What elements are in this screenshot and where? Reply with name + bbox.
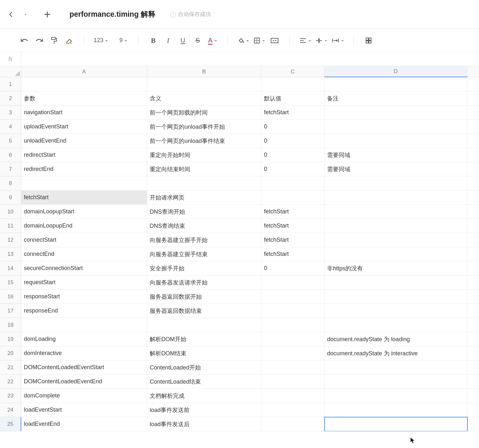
cell[interactable]: domainLoopupStart bbox=[21, 205, 147, 219]
row-header[interactable]: 19 bbox=[0, 332, 21, 346]
cell[interactable] bbox=[261, 290, 324, 304]
cell[interactable] bbox=[261, 318, 324, 332]
cell[interactable]: DOMContentLoadedEventEnd bbox=[21, 375, 147, 389]
cell[interactable] bbox=[324, 176, 467, 191]
cell[interactable] bbox=[21, 176, 147, 191]
cell[interactable] bbox=[261, 360, 324, 375]
undo-button[interactable] bbox=[19, 35, 30, 46]
cell[interactable]: 服务器返回数据开始 bbox=[147, 290, 261, 304]
fill-color-dropdown[interactable] bbox=[237, 35, 249, 46]
cell[interactable]: DOMContentLoadedEventStart bbox=[21, 360, 147, 375]
text-wrap-dropdown[interactable] bbox=[332, 35, 344, 46]
cell[interactable]: connectEnd bbox=[21, 247, 147, 261]
row-header[interactable]: 8 bbox=[0, 176, 21, 191]
cell[interactable] bbox=[324, 106, 467, 120]
cell[interactable]: fetchStart bbox=[261, 219, 324, 233]
cell[interactable]: fetchStart bbox=[261, 106, 324, 120]
row-header[interactable]: 3 bbox=[0, 106, 21, 120]
cell[interactable]: 前一个网页卸载的时间 bbox=[147, 106, 261, 120]
cell[interactable]: domComplete bbox=[21, 389, 147, 403]
cell[interactable]: 前一个网页的unload事件结束 bbox=[147, 134, 261, 148]
cell[interactable] bbox=[467, 290, 479, 304]
cell[interactable] bbox=[324, 389, 467, 403]
italic-button[interactable]: I bbox=[163, 35, 173, 46]
cell[interactable] bbox=[324, 219, 467, 233]
cell[interactable] bbox=[147, 318, 261, 332]
row-header[interactable]: 20 bbox=[0, 346, 21, 360]
cell[interactable] bbox=[324, 360, 467, 375]
cell[interactable]: load事件发送前 bbox=[147, 403, 261, 417]
vertical-align-dropdown[interactable] bbox=[315, 35, 327, 46]
cell[interactable]: DNS查询开始 bbox=[147, 205, 261, 219]
cell[interactable] bbox=[467, 417, 479, 431]
cell[interactable]: 解析DOM结束 bbox=[147, 346, 261, 360]
bold-button[interactable]: B bbox=[148, 35, 158, 46]
cell[interactable]: 0 bbox=[261, 261, 324, 275]
cell[interactable] bbox=[147, 77, 261, 91]
row-header[interactable]: 18 bbox=[0, 318, 21, 332]
cell[interactable] bbox=[467, 191, 479, 205]
cell[interactable]: navigationStart bbox=[21, 106, 147, 120]
cell[interactable] bbox=[467, 261, 479, 275]
number-format-dropdown[interactable]: 123 bbox=[94, 35, 108, 46]
cell[interactable] bbox=[467, 233, 479, 247]
cell[interactable]: 需要同域 bbox=[324, 162, 467, 176]
cell[interactable]: redirectStart bbox=[21, 148, 147, 162]
row-header[interactable]: 13 bbox=[0, 247, 21, 261]
cell[interactable] bbox=[324, 304, 467, 318]
cell[interactable]: redirectEnd bbox=[21, 162, 147, 176]
row-header[interactable]: 11 bbox=[0, 219, 21, 233]
new-tab-button[interactable]: + bbox=[42, 9, 53, 20]
cell[interactable]: 非https的没有 bbox=[324, 261, 467, 275]
cell[interactable] bbox=[467, 332, 479, 346]
cell[interactable] bbox=[467, 275, 479, 290]
cell[interactable] bbox=[324, 290, 467, 304]
row-header[interactable]: 5 bbox=[0, 134, 21, 148]
cell[interactable] bbox=[467, 91, 479, 106]
cell[interactable] bbox=[261, 332, 324, 346]
redo-button[interactable] bbox=[34, 35, 44, 46]
column-header[interactable]: D bbox=[324, 66, 467, 77]
cell[interactable]: fetchStart bbox=[261, 247, 324, 261]
cell[interactable] bbox=[467, 318, 479, 332]
row-header[interactable]: 12 bbox=[0, 233, 21, 247]
cell[interactable]: 参数 bbox=[21, 91, 147, 106]
horizontal-align-dropdown[interactable] bbox=[299, 35, 311, 46]
cell[interactable] bbox=[261, 77, 324, 91]
cell[interactable]: 向服务器建立握手开始 bbox=[147, 233, 261, 247]
cell[interactable] bbox=[21, 77, 147, 91]
row-header[interactable]: 15 bbox=[0, 275, 21, 290]
cell[interactable]: 服务器返回数据结束 bbox=[147, 304, 261, 318]
cell[interactable]: unloadEventEnd bbox=[21, 134, 147, 148]
cell[interactable] bbox=[467, 247, 479, 261]
cell[interactable]: secureConnectionStart bbox=[21, 261, 147, 275]
cell[interactable] bbox=[467, 304, 479, 318]
cell[interactable]: fetchStart bbox=[261, 233, 324, 247]
row-header[interactable]: 2 bbox=[0, 91, 21, 106]
row-header[interactable]: 10 bbox=[0, 205, 21, 219]
history-dropdown-icon[interactable]: ▾ bbox=[23, 12, 28, 17]
cell[interactable] bbox=[324, 275, 467, 290]
cell[interactable]: document.readyState 为 loading bbox=[324, 332, 467, 346]
strikethrough-button[interactable]: S bbox=[193, 35, 203, 46]
more-button[interactable] bbox=[363, 35, 374, 46]
borders-dropdown[interactable] bbox=[253, 35, 265, 46]
spreadsheet-grid[interactable]: ABCD12参数含义默认值备注3navigationStart前一个网页卸载的时… bbox=[0, 66, 479, 431]
cell[interactable] bbox=[261, 417, 324, 431]
cell[interactable] bbox=[324, 233, 467, 247]
cell[interactable] bbox=[467, 120, 479, 134]
cell[interactable] bbox=[467, 205, 479, 219]
cell[interactable]: 文档解析完成 bbox=[147, 389, 261, 403]
cell[interactable] bbox=[324, 247, 467, 261]
cell[interactable] bbox=[467, 389, 479, 403]
merge-cells-button[interactable] bbox=[269, 35, 280, 46]
cell[interactable]: loadEventEnd bbox=[21, 417, 147, 431]
back-button[interactable] bbox=[6, 10, 15, 19]
cell[interactable]: 前一个网页的unload事件开始 bbox=[147, 120, 261, 134]
cell[interactable]: fetchStart bbox=[261, 205, 324, 219]
row-header[interactable]: 22 bbox=[0, 375, 21, 389]
cell[interactable] bbox=[261, 191, 324, 205]
paint-format-button[interactable] bbox=[49, 35, 59, 46]
row-header[interactable]: 9 bbox=[0, 191, 21, 205]
row-header[interactable]: 25 bbox=[0, 417, 21, 431]
